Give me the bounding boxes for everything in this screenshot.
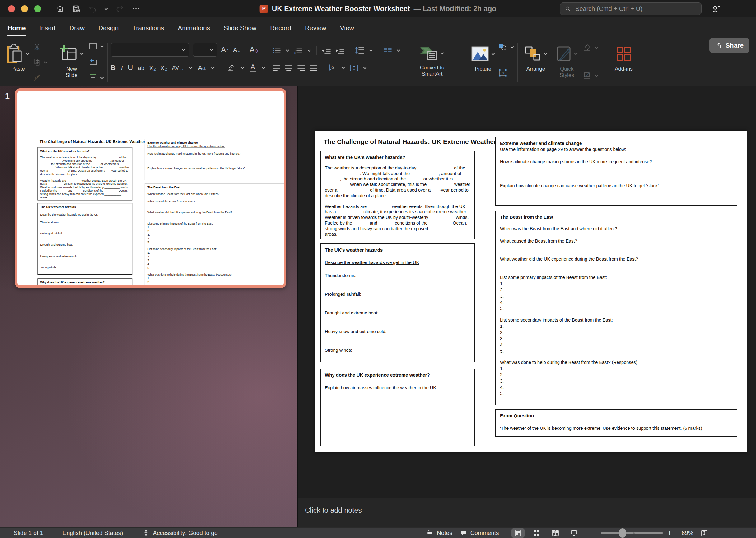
reading-view-button[interactable] (549, 528, 562, 538)
picture-dropdown-icon[interactable] (491, 53, 495, 55)
paste-dropdown-icon[interactable] (26, 53, 30, 55)
fit-slide-button[interactable] (698, 528, 711, 538)
align-text-button[interactable] (350, 64, 358, 72)
slide-layout-dropdown-icon[interactable] (100, 45, 104, 48)
align-left-button[interactable] (272, 65, 280, 71)
copy-button[interactable] (33, 58, 48, 66)
zoom-out-button[interactable]: − (592, 528, 596, 538)
numbering-button[interactable]: 123 (294, 47, 303, 54)
clear-formatting-button[interactable]: A◇ (250, 45, 258, 54)
tab-review[interactable]: Review (304, 23, 327, 33)
align-center-button[interactable] (285, 65, 293, 71)
slide[interactable]: The Challenge of Natural Hazards: UK Ext… (34, 135, 284, 286)
undo-dropdown-icon[interactable] (104, 8, 108, 10)
slideshow-view-button[interactable] (567, 528, 581, 538)
picture-button[interactable]: Picture (468, 42, 498, 72)
copy-dropdown-icon[interactable] (43, 61, 48, 64)
tab-view[interactable]: View (339, 23, 355, 33)
search-bar[interactable] (560, 3, 702, 15)
tab-transitions[interactable]: Transitions (132, 23, 165, 33)
textbox-exam-question[interactable]: Exam Question: ‘The weather of the UK is… (495, 409, 737, 437)
justify-button[interactable] (310, 65, 318, 71)
increase-indent-button[interactable] (335, 47, 345, 54)
font-color-button[interactable]: A (250, 64, 256, 73)
tab-draw[interactable]: Draw (69, 23, 85, 33)
paste-button[interactable]: Paste (3, 42, 33, 72)
accessibility-status[interactable]: Accessibility: Good to go (142, 529, 217, 537)
more-commands-icon[interactable] (131, 4, 141, 13)
notes-toggle[interactable]: Notes (427, 530, 452, 536)
format-painter-button[interactable] (33, 74, 48, 81)
line-spacing-button[interactable] (355, 47, 364, 54)
home-icon[interactable] (55, 4, 65, 13)
shapes-dropdown-icon[interactable] (510, 46, 514, 48)
slide-sorter-view-button[interactable] (530, 528, 543, 538)
numbering-dropdown-icon[interactable] (307, 49, 312, 52)
redo-icon[interactable] (115, 4, 124, 13)
zoom-in-button[interactable]: + (667, 529, 672, 537)
tab-slide-show[interactable]: Slide Show (223, 23, 257, 33)
slide-thumbnail-selected[interactable]: The Challenge of Natural Hazards: UK Ext… (15, 88, 286, 288)
columns-dropdown-icon[interactable] (396, 49, 401, 52)
text-direction-dropdown-icon[interactable] (341, 67, 345, 69)
zoom-slider[interactable] (601, 528, 663, 538)
quick-styles-dropdown-icon[interactable] (574, 53, 578, 55)
notes-pane[interactable]: Click to add notes (298, 498, 756, 527)
close-window-button[interactable] (8, 5, 15, 12)
comments-toggle[interactable]: Comments (460, 530, 499, 536)
textbox-climate-change[interactable]: Extreme weather and climate change Use t… (495, 137, 737, 206)
notes-placeholder[interactable]: Click to add notes (305, 506, 362, 515)
align-text-dropdown-icon[interactable] (363, 67, 367, 69)
shape-outline-dropdown-icon[interactable] (594, 74, 599, 77)
shape-outline-button[interactable] (583, 72, 599, 80)
tab-home[interactable]: Home (7, 23, 26, 33)
textbox-why-extreme-weather[interactable]: Why does the UK experience extreme weath… (320, 368, 475, 446)
tab-animations[interactable]: Animations (177, 23, 210, 33)
zoom-percent[interactable]: 69% (676, 530, 693, 536)
superscript-button[interactable]: x2 (149, 64, 155, 71)
textbox-beast-from-the-east[interactable]: The Beast from the East When was the Bea… (495, 211, 737, 405)
text-box-button[interactable]: A (498, 69, 514, 77)
bullets-button[interactable] (272, 47, 281, 54)
tab-insert[interactable]: Insert (38, 23, 56, 33)
change-case-dropdown-icon[interactable] (210, 67, 215, 69)
arrange-button[interactable]: Arrange (521, 42, 551, 72)
quick-styles-button[interactable]: Quick Styles (551, 42, 583, 79)
language-selector[interactable]: English (United States) (63, 530, 123, 536)
section-button[interactable] (89, 74, 104, 81)
zoom-window-button[interactable] (34, 5, 41, 12)
convert-to-smartart-button[interactable]: Convert to SmartArt (403, 42, 462, 77)
tab-record[interactable]: Record (269, 23, 292, 33)
undo-icon[interactable] (88, 4, 97, 13)
textbox-uk-weather-hazards[interactable]: The UK’s weather hazards Describe the we… (320, 243, 475, 362)
search-input[interactable] (575, 5, 697, 13)
font-color-dropdown-icon[interactable] (261, 67, 266, 69)
character-spacing-dropdown-icon[interactable] (189, 67, 193, 69)
slide-layout-button[interactable] (89, 43, 104, 50)
strikethrough-button[interactable]: ab (138, 65, 145, 71)
align-right-button[interactable] (297, 65, 305, 71)
character-spacing-button[interactable]: AV↔ (172, 65, 184, 71)
tab-design[interactable]: Design (98, 23, 119, 33)
shapes-button[interactable] (498, 43, 514, 51)
subscript-button[interactable]: x2 (160, 64, 167, 71)
reset-slide-button[interactable] (89, 58, 104, 66)
line-spacing-dropdown-icon[interactable] (369, 49, 373, 52)
people-presence-icon[interactable] (711, 3, 723, 15)
shape-fill-button[interactable] (583, 43, 599, 52)
bullets-dropdown-icon[interactable] (285, 49, 290, 52)
slide-title[interactable]: The Challenge of Natural Hazards: UK Ext… (323, 138, 496, 145)
normal-view-button[interactable] (511, 528, 525, 538)
text-highlight-button[interactable] (226, 64, 235, 72)
add-ins-button[interactable]: Add-ins (605, 42, 642, 72)
bold-button[interactable]: B (111, 64, 116, 71)
decrease-font-size-button[interactable]: A⌄ (233, 46, 241, 53)
text-direction-button[interactable]: A (328, 64, 337, 72)
decrease-indent-button[interactable] (322, 47, 331, 54)
zoom-slider-knob[interactable] (619, 528, 626, 538)
new-slide-dropdown-icon[interactable] (80, 53, 84, 55)
slide[interactable]: The Challenge of Natural Hazards: UK Ext… (315, 131, 747, 453)
shape-fill-dropdown-icon[interactable] (594, 46, 599, 49)
font-family-select[interactable] (111, 43, 189, 57)
textbox-weather-hazards-question[interactable]: What are the UK’s weather hazards? The w… (320, 151, 475, 239)
